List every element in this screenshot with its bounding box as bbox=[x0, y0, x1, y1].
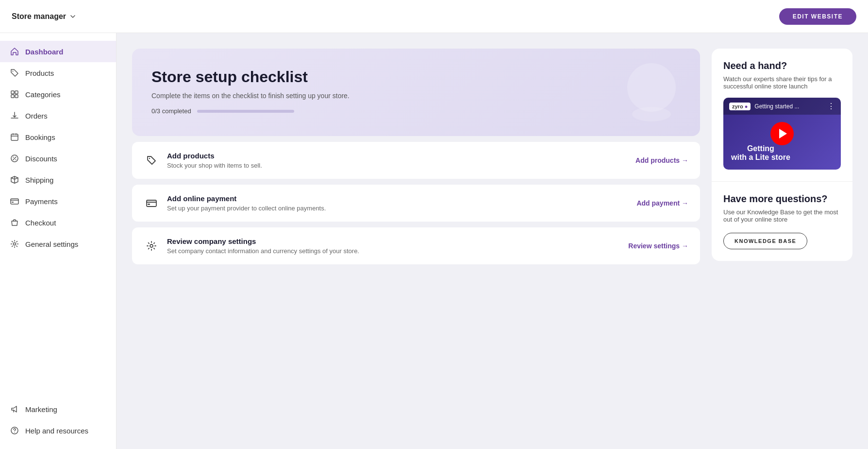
sidebar-top: Dashboard Products bbox=[0, 41, 116, 255]
grid-icon bbox=[10, 89, 19, 99]
tag-icon bbox=[10, 68, 19, 78]
sidebar-item-checkout[interactable]: Checkout bbox=[0, 212, 116, 233]
progress-bar-background bbox=[197, 110, 294, 113]
play-triangle bbox=[779, 129, 787, 138]
hero-card: Store setup checklist Complete the items… bbox=[132, 49, 700, 136]
sidebar-item-shipping[interactable]: Shipping bbox=[0, 169, 116, 190]
discount-icon bbox=[10, 154, 19, 163]
sidebar-item-label: Categories bbox=[25, 90, 61, 99]
svg-rect-5 bbox=[11, 134, 18, 140]
megaphone-icon bbox=[10, 404, 19, 414]
checklist-item-title: Add products bbox=[167, 152, 262, 160]
checklist-item-left: Add products Stock your shop with items … bbox=[144, 152, 262, 169]
knowledge-base-button[interactable]: KNOWLEDGE BASE bbox=[723, 233, 807, 249]
checklist-item-add-payment: Add online payment Set up your payment p… bbox=[132, 185, 700, 222]
gear-icon bbox=[144, 238, 159, 254]
more-questions-title: Have more questions? bbox=[723, 193, 841, 205]
hero-deco-ellipse bbox=[632, 107, 671, 121]
svg-rect-2 bbox=[15, 91, 18, 94]
sidebar-item-label: Discounts bbox=[25, 155, 57, 163]
box-icon bbox=[10, 175, 19, 185]
right-panel: Need a hand? Watch our experts share the… bbox=[712, 49, 852, 261]
help-circle-icon bbox=[10, 426, 19, 435]
svg-point-14 bbox=[149, 158, 150, 159]
checklist-item-text: Add products Stock your shop with items … bbox=[167, 152, 262, 169]
sidebar-item-label: General settings bbox=[25, 240, 78, 248]
sidebar-item-bookings[interactable]: Bookings bbox=[0, 126, 116, 148]
video-options-icon[interactable]: ⋮ bbox=[827, 102, 835, 111]
sidebar-item-label: Help and resources bbox=[25, 427, 88, 435]
sidebar-item-dashboard[interactable]: Dashboard bbox=[0, 41, 116, 62]
chevron-down-icon bbox=[69, 13, 77, 20]
sidebar-item-label: Orders bbox=[25, 112, 48, 120]
checklist-item-desc: Set up your payment provider to collect … bbox=[167, 205, 326, 212]
video-header: zyro ● Getting started ... ⋮ bbox=[723, 98, 841, 115]
add-products-link[interactable]: Add products → bbox=[635, 156, 688, 164]
svg-rect-3 bbox=[11, 95, 14, 98]
sidebar-item-general-settings[interactable]: General settings bbox=[0, 233, 116, 255]
svg-point-11 bbox=[14, 243, 16, 245]
svg-point-13 bbox=[14, 432, 15, 433]
more-questions-subtitle: Use our Knowledge Base to get the most o… bbox=[723, 208, 841, 223]
need-hand-section: Need a hand? Watch our experts share the… bbox=[712, 49, 852, 182]
layout: Dashboard Products bbox=[0, 33, 868, 449]
sidebar-item-payments[interactable]: Payments bbox=[0, 190, 116, 212]
sidebar-item-label: Checkout bbox=[25, 219, 56, 227]
video-caption: Gettingwith a Lite store bbox=[731, 144, 790, 162]
sidebar-item-label: Shipping bbox=[25, 176, 53, 184]
settings-icon bbox=[10, 239, 19, 249]
edit-website-button[interactable]: EDIT WEBSITE bbox=[779, 8, 856, 25]
home-icon bbox=[10, 47, 19, 56]
checklist-item-desc: Set company contact information and curr… bbox=[167, 247, 359, 255]
sidebar-item-help[interactable]: Help and resources bbox=[0, 420, 116, 441]
video-header-left: zyro ● Getting started ... bbox=[729, 103, 799, 110]
credit-card-icon bbox=[144, 195, 159, 211]
sidebar-item-orders[interactable]: Orders bbox=[0, 105, 116, 126]
add-payment-link[interactable]: Add payment → bbox=[636, 199, 688, 207]
checklist-item-add-products: Add products Stock your shop with items … bbox=[132, 142, 700, 179]
sidebar-item-label: Products bbox=[25, 69, 54, 77]
sidebar-item-label: Payments bbox=[25, 197, 58, 206]
checklist-item-text: Add online payment Set up your payment p… bbox=[167, 194, 326, 212]
svg-rect-10 bbox=[12, 202, 14, 203]
svg-rect-9 bbox=[11, 199, 18, 204]
svg-rect-15 bbox=[147, 200, 156, 207]
video-thumbnail[interactable]: zyro ● Getting started ... ⋮ Gettingwith… bbox=[723, 98, 841, 170]
checklist-item-left: Review company settings Set company cont… bbox=[144, 237, 359, 255]
tag-icon bbox=[144, 153, 159, 168]
checklist-section: Store setup checklist Complete the items… bbox=[132, 49, 700, 264]
hero-subtitle: Complete the items on the checklist to f… bbox=[151, 92, 681, 100]
play-button[interactable] bbox=[770, 122, 794, 145]
sidebar-item-categories[interactable]: Categories bbox=[0, 84, 116, 105]
hero-decoration bbox=[622, 58, 681, 126]
svg-rect-16 bbox=[148, 204, 150, 205]
checklist-item-desc: Stock your shop with items to sell. bbox=[167, 162, 262, 169]
checklist-item-title: Review company settings bbox=[167, 237, 359, 245]
progress-label: 0/3 completed bbox=[151, 107, 191, 115]
review-settings-link[interactable]: Review settings → bbox=[628, 242, 688, 250]
sidebar: Dashboard Products bbox=[0, 33, 117, 449]
video-header-title: Getting started ... bbox=[754, 103, 799, 110]
store-manager-label: Store manager bbox=[12, 12, 66, 21]
main-content: Store setup checklist Complete the items… bbox=[117, 33, 868, 449]
sidebar-item-label: Bookings bbox=[25, 133, 55, 141]
svg-point-7 bbox=[13, 157, 14, 158]
calendar-icon bbox=[10, 132, 19, 142]
sidebar-item-products[interactable]: Products bbox=[0, 62, 116, 84]
more-questions-section: Have more questions? Use our Knowledge B… bbox=[712, 182, 852, 261]
need-hand-subtitle: Watch our experts share their tips for a… bbox=[723, 75, 841, 90]
sidebar-item-marketing[interactable]: Marketing bbox=[0, 398, 116, 420]
sidebar-item-label: Marketing bbox=[25, 405, 57, 414]
checklist-item-title: Add online payment bbox=[167, 194, 326, 203]
sidebar-bottom: Marketing Help and resources bbox=[0, 398, 116, 441]
need-hand-title: Need a hand? bbox=[723, 60, 841, 71]
svg-rect-4 bbox=[15, 95, 18, 98]
checklist-item-review-settings: Review company settings Set company cont… bbox=[132, 227, 700, 264]
topbar-left: Store manager bbox=[12, 12, 77, 21]
sidebar-item-discounts[interactable]: Discounts bbox=[0, 148, 116, 169]
svg-point-17 bbox=[150, 244, 153, 247]
checklist-item-left: Add online payment Set up your payment p… bbox=[144, 194, 326, 212]
sidebar-item-label: Dashboard bbox=[25, 48, 63, 56]
svg-rect-1 bbox=[11, 91, 14, 94]
svg-point-8 bbox=[16, 159, 17, 160]
